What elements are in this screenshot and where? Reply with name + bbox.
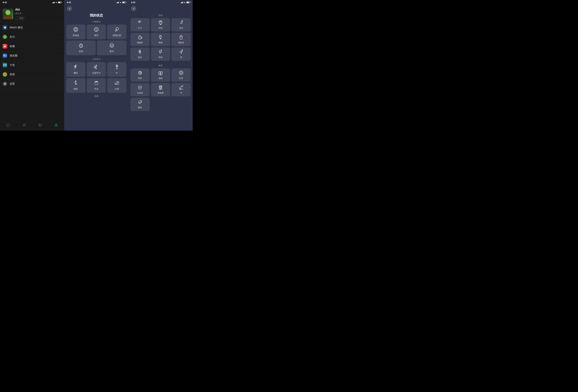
zhai-label: 宅: [180, 92, 182, 94]
profile-info: Ahi 微信号： ＋ 状态: [15, 8, 59, 20]
svg-rect-3: [4, 55, 5, 56]
yundong-icon: [179, 20, 184, 26]
svg-text:z: z: [140, 100, 140, 101]
cat-wanyouxi[interactable]: 玩游戏: [130, 83, 150, 96]
arrow-icon-settings: ›: [61, 83, 62, 85]
tinge-icon: [138, 70, 143, 76]
menu-label-moments: 朋友圈: [9, 54, 58, 57]
nav-chat[interactable]: [6, 123, 10, 127]
cat-chigua[interactable]: 吃瓜: [171, 68, 191, 82]
menu-item-watch[interactable]: ⌚ Watch 微信 ›: [0, 23, 64, 32]
mang-label: 忙: [116, 71, 118, 74]
zhuiju-label: 追剧: [159, 77, 163, 80]
cat-tinge[interactable]: 听歌: [130, 68, 150, 82]
cat-jingjie[interactable]: 逛街: [130, 48, 150, 61]
panel-status-categories: 8:42 ▲ ∨ 活动 打卡: [128, 0, 193, 131]
profile-arrow-icon: ›: [61, 13, 62, 15]
status-fazhu[interactable]: 发呆: [66, 41, 96, 55]
svg-point-20: [75, 29, 75, 29]
status-husixluanxiang[interactable]: 胡思乱想: [107, 25, 126, 39]
shuyang-label: 数羊: [110, 50, 114, 53]
henaicha-icon: [179, 35, 184, 40]
back-button-3[interactable]: ∨: [131, 6, 136, 11]
menu-label-collect: 收藏: [9, 45, 58, 48]
battery-icon-3: [187, 1, 190, 3]
section-mood-title: 心情想法: [64, 19, 128, 25]
svg-point-13: [6, 124, 9, 127]
svg-point-43: [96, 81, 97, 82]
cat-hejiu[interactable]: 喝酒: [151, 33, 170, 46]
menu-label-emoji: 表情: [9, 73, 58, 76]
wifi-icon-1: ▲: [55, 1, 57, 3]
cat-henaicha[interactable]: 喝奶茶: [171, 33, 191, 46]
cat-lang[interactable]: 浪: [171, 48, 191, 61]
menu-label-watch: Watch 微信: [9, 26, 58, 29]
cat-yundong[interactable]: 运动: [171, 18, 191, 31]
nav-contacts[interactable]: [22, 123, 26, 127]
menu-item-emoji[interactable]: 表情 ›: [0, 70, 64, 79]
svg-point-59: [140, 72, 141, 73]
work-grid-2: 摸鱼 开会 出差: [64, 78, 128, 94]
lang-icon: [179, 49, 184, 55]
back-button-2[interactable]: ∨: [67, 6, 72, 11]
status-kaihui[interactable]: 开会: [87, 78, 106, 93]
wifi-icon-3: ▲: [184, 1, 186, 3]
svg-point-67: [141, 87, 141, 88]
kanzhibo-icon: [158, 85, 163, 91]
collect-icon: [3, 44, 7, 49]
meizizi-label: 美滋滋: [73, 34, 79, 37]
menu-item-moments[interactable]: 朋友圈 ›: [0, 51, 64, 60]
svg-point-47: [139, 21, 140, 22]
svg-point-63: [180, 72, 181, 73]
status-tag[interactable]: ＋ 状态: [15, 16, 25, 20]
mood-grid: 美滋滋 裂开 胡思乱想: [64, 25, 128, 41]
category-rest-title: 休息: [128, 62, 193, 68]
cat-hekafei[interactable]: 喝咖啡: [130, 33, 150, 46]
cat-zhuiju[interactable]: 追剧: [151, 68, 170, 82]
nav-me[interactable]: [54, 123, 58, 127]
svg-point-14: [23, 124, 25, 125]
activity-cat-grid: 打卡 吃饭 运动 喝咖啡: [128, 18, 193, 62]
cat-daka[interactable]: 打卡: [130, 18, 150, 31]
status-icons-3: ▲: [181, 1, 190, 3]
svg-point-9: [3, 73, 6, 76]
status-bar-3: 8:42 ▲: [128, 0, 193, 5]
svg-point-28: [115, 31, 116, 31]
rest-cat-grid-extra: zzz 睡觉: [128, 98, 193, 112]
profile-wechat-id: 微信号：: [15, 12, 59, 15]
menu-item-pay[interactable]: 支付 ›: [0, 32, 64, 42]
cat-daina[interactable]: 带娃: [151, 48, 170, 61]
svg-point-21: [76, 29, 77, 29]
menu-item-settings[interactable]: 设置 ›: [0, 79, 64, 89]
status-moyu[interactable]: 摸鱼: [66, 78, 86, 93]
status-banzhuang[interactable]: 搬砖: [66, 62, 86, 77]
battery-icon-1: [58, 1, 62, 3]
menu-item-wallet[interactable]: 卡包 ›: [0, 60, 64, 70]
activity-grid-bottom: [64, 99, 128, 100]
cat-chifan[interactable]: 吃饭: [151, 18, 170, 31]
panel3-content: 活动 打卡 吃饭 运动: [128, 12, 193, 131]
plus-icon: ＋: [17, 17, 19, 20]
status-chuchai[interactable]: 出差: [107, 78, 126, 93]
svg-point-32: [110, 44, 114, 47]
status-shuyang[interactable]: 数羊: [97, 41, 126, 55]
nav-discover[interactable]: [38, 123, 42, 127]
status-chenmi[interactable]: 沉迷学习: [87, 62, 106, 77]
status-liekai[interactable]: 裂开: [87, 25, 106, 39]
svg-point-30: [80, 45, 81, 46]
work-grid: 搬砖 沉迷学习 忙: [64, 62, 128, 78]
emoji-icon: [3, 72, 7, 77]
yundong-label: 运动: [179, 27, 183, 30]
arrow-icon-collect: ›: [61, 45, 62, 48]
cat-shuijiao[interactable]: zzz 睡觉: [130, 98, 150, 111]
status-meizizi[interactable]: 美滋滋: [66, 25, 86, 39]
bottom-nav: [0, 121, 64, 131]
shuijiao-label: 睡觉: [138, 106, 142, 109]
cat-kanzhibo[interactable]: 看直播: [151, 83, 170, 96]
profile-section[interactable]: Ahi 微信号： ＋ 状态 ›: [0, 5, 64, 23]
svg-point-42: [95, 81, 96, 82]
status-mang[interactable]: 忙: [107, 62, 126, 77]
menu-item-collect[interactable]: 收藏 ›: [0, 42, 64, 51]
panel3-header: ∨: [128, 5, 193, 12]
cat-zhai[interactable]: 宅: [171, 83, 191, 96]
